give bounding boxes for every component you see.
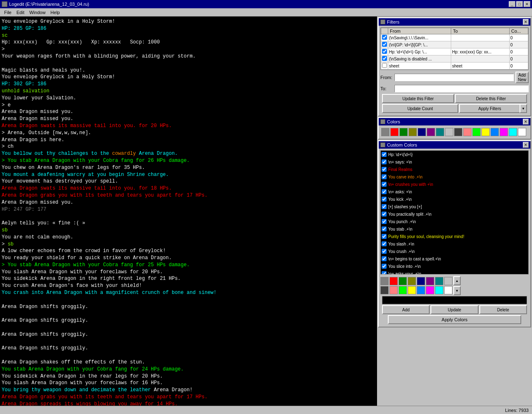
custom-color-item[interactable]: You carve into .+\n [381,173,528,181]
custom-color-checkbox[interactable] [382,264,387,269]
color-swatch[interactable] [408,286,416,294]
color-swatch[interactable] [389,277,398,285]
color-swatch[interactable] [463,128,472,136]
color-swatch[interactable] [444,286,452,294]
color-swatch[interactable] [417,277,425,285]
custom-color-item[interactable]: Purity fills your soul, cleansing your m… [381,233,528,240]
custom-colors-close-button[interactable]: ✕ [523,142,529,148]
filter-checkbox[interactable] [382,35,387,40]
scroll-down-button[interactable]: ▼ [453,286,461,295]
color-swatch[interactable] [426,286,434,294]
from-input[interactable] [394,74,514,81]
custom-color-checkbox[interactable] [382,241,387,246]
custom-color-checkbox[interactable] [382,271,387,274]
custom-color-checkbox[interactable] [382,197,387,202]
menu-window[interactable]: Window [27,9,48,16]
color-swatch[interactable] [409,128,417,136]
filters-close-button[interactable]: ✕ [523,19,529,25]
scroll-up-button[interactable]: ▲ [453,276,461,285]
color-swatch[interactable] [445,128,453,136]
custom-color-checkbox[interactable] [382,234,387,239]
apply-filters-dropdown[interactable]: ▼ [520,104,527,113]
custom-color-checkbox[interactable] [382,256,387,261]
custom-color-checkbox[interactable] [382,159,387,164]
custom-color-item[interactable]: \n+ asks: +\n [381,188,528,195]
custom-color-item[interactable]: \n+ begins to cast a spell.+\n [381,255,528,262]
color-swatch[interactable] [417,286,425,294]
color-swatch[interactable] [435,286,443,294]
menu-edit[interactable]: Edit [14,9,27,16]
filter-from: (\n\[GP: \d+\]\[GP: \... [388,41,451,48]
update-filter-button[interactable]: Update this Filter [382,94,454,103]
color-swatch[interactable] [427,128,435,136]
color-swatch[interactable] [481,128,490,136]
custom-color-checkbox[interactable] [382,249,387,254]
custom-color-item[interactable]: Final Realms [381,166,528,173]
color-swatch[interactable] [518,128,526,136]
color-swatch[interactable] [426,277,434,285]
custom-colors-list[interactable]: Hp: \d+\(\d+\} \n+ says: +\n Final Realm… [380,150,529,274]
custom-color-item[interactable]: You kick .+\n [381,195,528,203]
terminal[interactable]: You envelope Greylock in a Holy Storm! H… [0,17,377,414]
filter-checkbox[interactable] [382,63,387,68]
delete-filter-button[interactable]: Delete this Filter [455,94,527,103]
custom-color-checkbox[interactable] [382,189,387,194]
menu-file[interactable]: File [2,9,14,16]
custom-color-item[interactable]: You stab .+\n [381,225,528,233]
custom-color-checkbox[interactable] [382,174,387,179]
color-swatch[interactable] [418,128,426,136]
colors-close-button[interactable]: ✕ [523,119,529,125]
filter-checkbox[interactable] [382,56,387,61]
delete-color-button[interactable]: Delete [479,305,527,314]
menu-help[interactable]: Help [48,9,63,16]
custom-color-checkbox[interactable] [382,204,387,209]
color-swatch[interactable] [436,128,444,136]
to-input[interactable] [394,85,529,92]
filters-list[interactable]: From To Co... (\nSaving\.\.\.\Savin... 0 [380,27,529,70]
minimize-button[interactable]: _ [509,1,515,7]
apply-colors-button[interactable]: Apply Colors [388,315,521,324]
custom-color-checkbox[interactable] [382,167,387,172]
update-color-button[interactable]: Update [430,305,478,314]
maximize-button[interactable]: □ [516,1,523,7]
color-swatch[interactable] [399,277,407,285]
color-swatch[interactable] [454,128,462,136]
custom-color-item[interactable]: You crush .+\n [381,248,528,255]
close-button[interactable]: ✕ [524,1,530,7]
custom-color-item[interactable]: You practically split .+\n [381,210,528,218]
add-color-button[interactable]: Add [382,305,430,314]
color-swatch[interactable] [435,277,443,285]
color-swatch[interactable] [509,128,517,136]
color-swatch[interactable] [500,128,508,136]
color-swatch[interactable] [380,286,389,294]
color-swatch[interactable] [390,128,399,136]
terminal-line: You sidekick Arena Dragon in the right f… [2,275,375,282]
custom-color-item[interactable]: You slice into .+\n [381,262,528,270]
update-count-button[interactable]: Update Count [382,104,458,113]
add-new-button[interactable]: AddNew [515,72,529,83]
custom-color-checkbox[interactable] [382,226,387,231]
custom-color-item[interactable]: Hp: \d+\(\d+\} [381,151,528,158]
filter-checkbox[interactable] [382,49,387,54]
custom-color-checkbox[interactable] [382,219,387,224]
custom-color-checkbox[interactable] [382,152,387,157]
custom-color-item[interactable]: You slash .+\n [381,240,528,248]
color-swatch[interactable] [399,128,408,136]
apply-filters-button[interactable]: Apply Filters [459,104,520,113]
custom-color-item[interactable]: \n+ says: +\n [381,158,528,166]
color-swatch[interactable] [381,128,389,136]
custom-color-item[interactable]: [+] slashes you [+] [381,203,528,210]
color-swatch[interactable] [408,277,416,285]
color-swatch[interactable] [389,286,398,294]
color-swatch[interactable] [472,128,481,136]
color-swatch[interactable] [380,277,389,285]
custom-color-item[interactable]: \n+ asks your .+\n [381,270,528,274]
custom-color-item[interactable]: You punch .+\n [381,218,528,225]
custom-color-checkbox[interactable] [382,182,387,187]
filter-checkbox[interactable] [382,42,387,47]
custom-color-item[interactable]: \n+ crushes you with +\n [381,181,528,188]
color-swatch[interactable] [444,277,452,285]
color-swatch[interactable] [491,128,499,136]
custom-color-checkbox[interactable] [382,212,387,217]
color-swatch[interactable] [399,286,407,294]
